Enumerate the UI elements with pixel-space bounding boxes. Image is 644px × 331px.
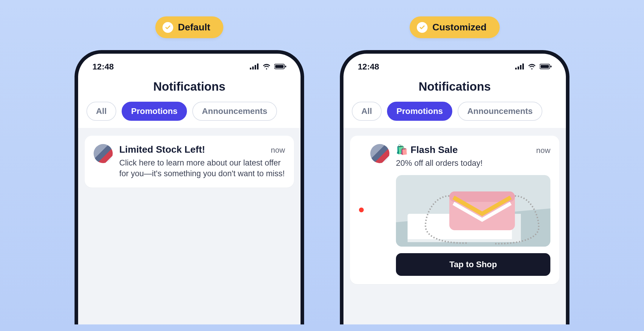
phone-mock-right: 12:48 Notifications All Promotions Annou… xyxy=(340,50,569,324)
cellular-icon xyxy=(250,62,259,72)
phone-mock-left: 12:48 Notifications All Promotions Annou… xyxy=(75,50,304,324)
tab-all[interactable]: All xyxy=(352,102,382,121)
card-text: Click here to learn more about our lates… xyxy=(119,157,285,179)
left-column: Default 12:48 Notifications All Promotio… xyxy=(75,16,304,324)
status-bar: 12:48 xyxy=(343,54,566,75)
svg-rect-2 xyxy=(255,65,256,69)
filter-tabs: All Promotions Announcements xyxy=(343,102,566,128)
notification-feed: 🛍️ Flash Sale now 20% off all orders tod… xyxy=(343,128,566,324)
svg-rect-7 xyxy=(515,68,517,69)
svg-rect-3 xyxy=(257,64,258,69)
status-icons xyxy=(250,62,286,72)
cellular-icon xyxy=(515,62,524,72)
right-column: Customized 12:48 Notifications All Promo… xyxy=(340,16,569,324)
avatar xyxy=(370,144,389,163)
card-media xyxy=(396,175,550,247)
status-time: 12:48 xyxy=(358,62,379,72)
tab-announcements[interactable]: Announcements xyxy=(458,102,542,121)
label-text: Customized xyxy=(432,22,486,33)
card-body: 🛍️ Flash Sale now 20% off all orders tod… xyxy=(396,144,550,276)
card-header: 🛍️ Flash Sale now xyxy=(396,144,550,155)
card-time: now xyxy=(271,146,285,155)
card-title: Limited Stock Left! xyxy=(119,144,205,155)
check-icon xyxy=(417,22,428,33)
svg-rect-12 xyxy=(541,65,549,68)
svg-rect-1 xyxy=(252,66,254,69)
svg-rect-6 xyxy=(285,66,286,67)
status-icons xyxy=(515,62,552,72)
battery-icon xyxy=(274,62,286,72)
notification-feed: Limited Stock Left! now Click here to le… xyxy=(78,128,301,324)
card-body: Limited Stock Left! now Click here to le… xyxy=(119,144,285,179)
unread-dot-icon xyxy=(359,208,364,212)
notification-card[interactable]: 🛍️ Flash Sale now 20% off all orders tod… xyxy=(350,136,559,284)
cta-button[interactable]: Tap to Shop xyxy=(396,253,550,276)
svg-rect-10 xyxy=(522,64,524,69)
label-pill-default: Default xyxy=(155,16,223,38)
filter-tabs: All Promotions Announcements xyxy=(78,102,301,128)
tab-all[interactable]: All xyxy=(86,102,116,121)
svg-rect-13 xyxy=(550,66,552,67)
status-time: 12:48 xyxy=(92,62,114,72)
tab-announcements[interactable]: Announcements xyxy=(192,102,277,121)
card-time: now xyxy=(536,146,550,155)
tab-promotions[interactable]: Promotions xyxy=(387,102,453,121)
card-header: Limited Stock Left! now xyxy=(119,144,285,155)
svg-rect-5 xyxy=(275,65,284,68)
svg-rect-9 xyxy=(520,65,521,69)
svg-rect-0 xyxy=(250,68,251,69)
notification-card[interactable]: Limited Stock Left! now Click here to le… xyxy=(85,136,294,188)
label-pill-customized: Customized xyxy=(410,16,499,38)
page-title: Notifications xyxy=(343,75,566,102)
tab-promotions[interactable]: Promotions xyxy=(122,102,187,121)
comparison-stage: Default 12:48 Notifications All Promotio… xyxy=(0,0,644,324)
wifi-icon xyxy=(528,62,536,72)
status-bar: 12:48 xyxy=(78,54,301,75)
card-title: 🛍️ Flash Sale xyxy=(396,144,458,155)
battery-icon xyxy=(540,62,552,72)
avatar xyxy=(94,144,113,163)
page-title: Notifications xyxy=(78,75,301,102)
check-icon xyxy=(162,22,173,33)
card-text: 20% off all orders today! xyxy=(396,158,550,168)
label-text: Default xyxy=(178,22,210,33)
svg-rect-8 xyxy=(518,66,519,69)
wifi-icon xyxy=(262,62,271,72)
